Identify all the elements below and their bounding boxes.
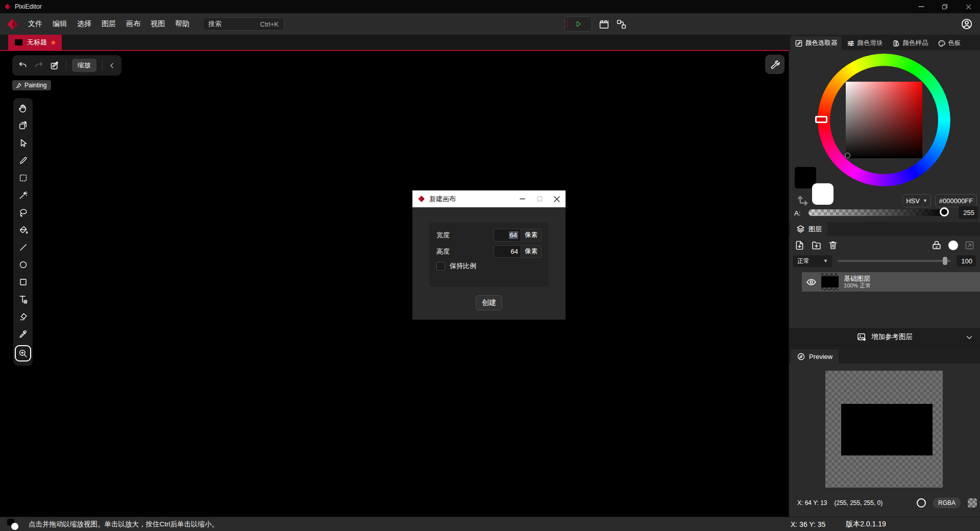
add-reference-layer-button[interactable]: 增加参考图层 [789, 328, 980, 346]
channels-toggle[interactable]: RGBA [933, 498, 961, 508]
height-value: 64 [511, 248, 518, 255]
swap-colors-icon[interactable] [796, 195, 809, 208]
link-reference-icon[interactable] [964, 240, 975, 251]
dialog-minimize-icon[interactable] [513, 190, 531, 207]
height-unit-label[interactable]: 像素 [521, 245, 542, 258]
tool-rect-select[interactable] [15, 172, 31, 184]
dialog-body: 宽度 64 像素 高度 [412, 207, 566, 320]
unsaved-indicator-dot [52, 41, 55, 44]
menu-canvas[interactable]: 画布 [121, 16, 145, 32]
app-logo-icon [4, 3, 11, 10]
canvas-viewport[interactable]: 缩放 Painting [0, 51, 789, 517]
layer-row-selected[interactable]: 基础图层 100% 正常 [802, 272, 980, 292]
saturation-value-square[interactable] [846, 82, 922, 158]
redo-icon[interactable] [34, 60, 44, 70]
height-input[interactable]: 64 [494, 245, 521, 258]
alpha-value-box[interactable]: 255 [959, 206, 978, 219]
tab-palette[interactable]: 色板 [934, 36, 965, 50]
dialog-close-icon[interactable] [548, 190, 566, 207]
statusbar-color-indicator[interactable] [0, 517, 22, 531]
hex-color-field[interactable]: #000000FF [935, 194, 977, 207]
clapperboard-icon[interactable] [599, 19, 609, 30]
keep-ratio-checkbox[interactable] [436, 262, 445, 271]
opacity-value-box[interactable]: 100 [957, 255, 976, 267]
opacity-slider[interactable] [838, 260, 951, 262]
alpha-slider[interactable] [808, 209, 948, 216]
restore-icon[interactable] [933, 0, 957, 13]
toolbar-divider [66, 60, 66, 70]
mask-icon[interactable] [948, 240, 958, 250]
blend-mode-dropdown[interactable]: 正常 ▼ [793, 255, 832, 267]
dialog-maximize-icon[interactable] [531, 190, 548, 207]
tool-pen[interactable] [15, 154, 31, 166]
tool-ellipse[interactable] [15, 258, 31, 271]
tool-color-picker[interactable] [15, 328, 31, 340]
color-mode-value: HSV [906, 197, 920, 205]
close-icon[interactable] [957, 0, 980, 13]
tab-color-swatches[interactable]: 颜色样品 [888, 36, 933, 50]
menu-help[interactable]: 帮助 [170, 16, 194, 32]
menu-view[interactable]: 视图 [145, 16, 170, 32]
node-graph-icon[interactable] [616, 19, 627, 30]
menu-layer[interactable]: 图层 [96, 16, 121, 32]
chevron-down-icon[interactable] [965, 333, 974, 342]
tab-color-sliders[interactable]: 颜色滑块 [843, 36, 887, 50]
eraser-icon [18, 312, 28, 322]
statusbar-right: X: 36 Y: 35 版本2.0.1.19 [791, 517, 886, 531]
tool-fill[interactable] [15, 224, 31, 236]
transparency-toggle-icon[interactable] [968, 498, 977, 508]
tool-magic-wand[interactable] [15, 189, 31, 201]
edit-settings-icon[interactable] [50, 60, 60, 71]
secondary-color-swatch[interactable] [812, 183, 834, 205]
tool-rectangle[interactable] [15, 276, 31, 288]
tool-lasso[interactable] [15, 206, 31, 219]
hand-icon [18, 103, 28, 113]
alpha-lock-icon[interactable]: α [931, 239, 942, 251]
width-unit-label[interactable]: 像素 [521, 229, 542, 242]
dialog-titlebar[interactable]: 新建画布 [412, 190, 566, 207]
color-probe-circle-icon[interactable] [917, 498, 926, 508]
tool-move[interactable] [15, 137, 31, 149]
delete-layer-icon[interactable] [828, 240, 838, 250]
hue-marker[interactable] [815, 116, 827, 123]
undo-icon[interactable] [18, 60, 28, 70]
layer-visibility-eye-icon[interactable] [806, 277, 817, 287]
play-button[interactable] [565, 16, 592, 32]
alpha-slider-handle[interactable] [940, 207, 949, 216]
tool-eraser[interactable] [15, 310, 31, 323]
tool-zoom[interactable] [15, 345, 31, 361]
menu-select[interactable]: 选择 [72, 16, 96, 32]
new-layer-icon[interactable] [794, 240, 805, 251]
minimize-icon[interactable] [910, 0, 933, 13]
tool-rotate-view[interactable] [15, 119, 31, 132]
document-tab[interactable]: 无标题 [8, 35, 62, 50]
dialog-title: 新建画布 [429, 195, 456, 204]
menu-edit[interactable]: 编辑 [47, 16, 72, 32]
tab-preview[interactable]: Preview [791, 349, 839, 364]
preview-tab-label: Preview [809, 353, 832, 360]
preview-tabstrip: Preview [789, 346, 980, 364]
tool-palette [13, 98, 33, 366]
create-button[interactable]: 创建 [476, 295, 502, 310]
new-canvas-dialog: 新建画布 [412, 190, 566, 320]
collapse-toolbar-chevron-icon[interactable] [108, 62, 116, 69]
new-folder-icon[interactable] [811, 240, 822, 251]
layers-tab-label: 图层 [808, 225, 822, 234]
editor-column: 无标题 缩放 [0, 35, 789, 517]
opacity-slider-handle[interactable] [943, 257, 947, 265]
zoom-setting-chip[interactable]: 缩放 [72, 59, 96, 72]
tab-color-picker[interactable]: 颜色选取器 [791, 36, 842, 50]
tool-text[interactable] [15, 293, 31, 305]
paint-bucket-icon [18, 225, 28, 235]
search-input[interactable]: 搜索 Ctrl+K [203, 17, 284, 31]
tool-line[interactable] [15, 241, 31, 253]
color-mode-dropdown[interactable]: HSV ▼ [902, 194, 931, 207]
width-input[interactable]: 64 [494, 229, 521, 242]
tool-pan[interactable] [15, 102, 31, 114]
saturation-value-selector[interactable] [845, 153, 850, 158]
menubar-tools [565, 13, 627, 35]
account-button[interactable] [961, 18, 973, 30]
tab-layers[interactable]: 图层 [791, 222, 827, 236]
viewport-settings-button[interactable] [765, 55, 785, 74]
menu-file[interactable]: 文件 [23, 16, 47, 32]
